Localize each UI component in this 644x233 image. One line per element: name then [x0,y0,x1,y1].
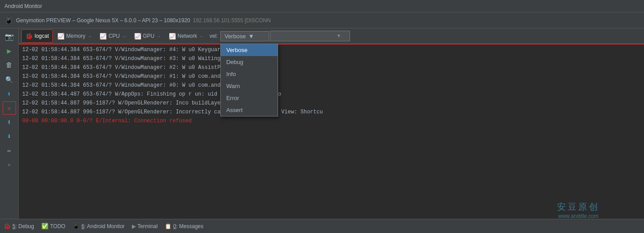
tab-gpu[interactable]: 📈 GPU → [131,29,164,43]
more-button[interactable]: » [3,158,16,172]
tab-logcat-label: logcat [35,33,49,39]
left-toolbar: 📷 ▶ 🗑 🔍 ⬇ ✕ ⬆ ⬇ ⇔ » [0,28,19,219]
log-line-8: 12-02 01:58:44.887 996-1187/? W/OpenGLRe… [19,108,644,116]
dropdown-item-verbose[interactable]: Verbose [221,44,278,56]
status-terminal-label: Terminal [138,223,158,229]
run-button[interactable]: ▶ [3,44,16,58]
clear-button[interactable]: 🗑 [3,59,16,72]
log-line-4: 12-02 01:58:44.384 653-674/? V/WindowMan… [19,72,644,81]
search-panel-button[interactable]: 🔍 [3,73,16,86]
tab-gpu-label: GPU [143,33,155,39]
status-todo[interactable]: ✅ TODO [41,223,65,229]
messages-icon: 📋 [165,223,171,229]
save-button[interactable]: ⬇ [3,87,16,100]
log-line-5: 12-02 01:58:44.384 653-674/? V/WindowMan… [19,81,644,90]
status-monitor-label: 6: Android Monitor [81,223,124,229]
status-debug[interactable]: 🐞 5: Debug [4,223,34,229]
tab-memory-label: Memory [66,33,85,39]
main-layout: 📷 ▶ 🗑 🔍 ⬇ ✕ ⬆ ⬇ ⇔ » 🐞 logcat 📈 Memory → [0,28,644,219]
scroll-down-button[interactable]: ⬇ [3,130,16,143]
log-line-error: 00-00 00:00:00.0 0-0/? E/Internal: Conne… [19,116,644,125]
app-title: Android Monitor [4,3,42,9]
status-debug-label: 5: Debug [12,223,34,229]
log-content[interactable]: 12-02 01:58:44.384 653-674/? V/WindowMan… [19,44,644,219]
log-line-6: 12-02 01:58:44.487 653-674/? W/AppOps: F… [19,90,644,99]
memory-chart-icon: 📈 [57,33,64,40]
level-label: vel: [208,33,220,39]
status-terminal[interactable]: ▶ Terminal [132,223,158,229]
tab-memory[interactable]: 📈 Memory → [54,29,95,43]
verbose-button[interactable]: Verbose ▼ [220,31,269,41]
cpu-chart-icon: 📈 [99,33,107,40]
dropdown-item-info[interactable]: Info [221,68,278,80]
tab-network[interactable]: 📈 Network → [165,29,207,43]
verbose-selected-label: Verbose [224,33,246,40]
dropdown-item-warn[interactable]: Warn [221,80,278,92]
device-icon: 📱 [4,16,13,25]
scroll-up-button[interactable]: ⬆ [3,116,16,129]
status-messages[interactable]: 📋 0: Messages [165,223,203,229]
verbose-container: Verbose ▼ Verbose Debug Info Warn Error … [220,31,269,41]
search-input[interactable] [273,33,335,39]
tab-bar: 🐞 logcat 📈 Memory → 📈 CPU → 📈 GPU → [19,28,644,44]
search-dropdown-icon[interactable]: ▼ [337,33,340,39]
logcat-icon: 🐞 [25,32,33,40]
status-messages-label: 0: Messages [173,223,203,229]
network-arrow: → [199,34,203,39]
debug-icon: 🐞 [4,223,11,229]
android-monitor-icon: 📱 [72,223,80,229]
network-chart-icon: 📈 [169,33,176,40]
cpu-arrow: → [122,34,126,39]
tab-logcat[interactable]: 🐞 logcat [21,29,53,43]
log-line-1: 12-02 01:58:44.384 653-674/? V/WindowMan… [19,45,644,54]
gpu-arrow: → [156,34,161,39]
terminal-icon: ▶ [132,223,136,229]
device-name: Genymotion PREVIEW – Google Nexus 5X – 6… [16,17,190,24]
stop-button[interactable]: ✕ [3,101,16,115]
screenshot-button[interactable]: 📷 [3,30,16,44]
gpu-chart-icon: 📈 [134,33,141,40]
tab-cpu[interactable]: 📈 CPU → [96,29,129,43]
dropdown-item-error[interactable]: Error [221,92,278,104]
log-line-3: 12-02 01:58:44.384 653-674/? V/WindowMan… [19,63,644,72]
status-bar: 🐞 5: Debug ✅ TODO 📱 6: Android Monitor ▶… [0,219,644,233]
tab-network-label: Network [178,33,197,39]
dropdown-item-debug[interactable]: Debug [221,56,278,68]
verbose-dropdown: Verbose Debug Info Warn Error Assert [220,44,278,116]
dropdown-arrow-icon: ▼ [248,33,254,40]
dropdown-item-assert[interactable]: Assert [221,104,278,116]
log-line-2: 12-02 01:58:44.384 653-674/? V/WindowMan… [19,54,644,63]
log-line-7: 12-02 01:58:44.887 996-1187/? W/OpenGLRe… [19,99,644,108]
tab-cpu-label: CPU [108,33,119,39]
content-area: 🐞 logcat 📈 Memory → 📈 CPU → 📈 GPU → [19,28,644,219]
search-container: ▼ [270,31,350,41]
todo-icon: ✅ [41,223,48,229]
status-android-monitor[interactable]: 📱 6: Android Monitor [72,223,124,229]
device-ip: 192.168.56.101:5555 [DISCONN [193,17,270,24]
title-bar: Android Monitor [0,0,644,12]
memory-arrow: → [87,34,91,39]
expand-button[interactable]: ⇔ [3,144,16,157]
status-todo-label: TODO [50,223,65,229]
device-bar: 📱 Genymotion PREVIEW – Google Nexus 5X –… [0,12,644,28]
